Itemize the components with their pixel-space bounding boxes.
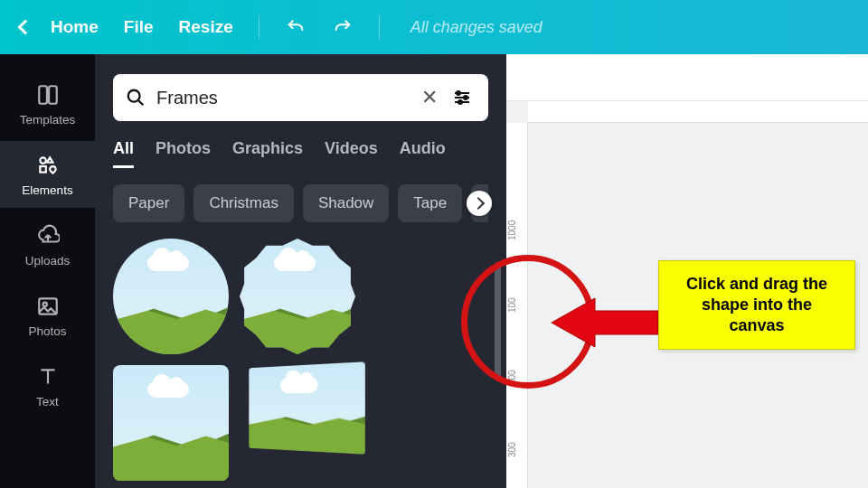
home-button[interactable]: Home xyxy=(51,17,99,37)
undo-icon xyxy=(286,17,306,37)
tab-videos[interactable]: Videos xyxy=(325,139,378,168)
frame-scalloped[interactable] xyxy=(240,239,355,354)
chip-paper[interactable]: Paper xyxy=(113,184,184,222)
ruler-tick: 100 xyxy=(507,297,517,313)
annotation-arrow-icon xyxy=(552,291,660,354)
redo-button[interactable] xyxy=(332,16,354,38)
undo-button[interactable] xyxy=(285,16,307,38)
svg-point-9 xyxy=(458,100,462,104)
chip-tape[interactable]: Tape xyxy=(398,184,462,222)
redo-icon xyxy=(333,17,353,37)
tab-audio[interactable]: Audio xyxy=(400,139,446,168)
rail-photos[interactable]: Photos xyxy=(0,282,95,349)
chip-christmas[interactable]: Christmas xyxy=(193,184,294,222)
svg-point-6 xyxy=(128,90,140,102)
search-icon xyxy=(126,88,146,108)
top-toolbar: Home File Resize All changes saved xyxy=(0,0,868,54)
sliders-icon xyxy=(451,87,473,108)
clear-search-icon[interactable]: ✕ xyxy=(421,86,438,109)
filter-button[interactable] xyxy=(448,84,476,111)
tab-all[interactable]: All xyxy=(113,139,134,168)
rail-label: Templates xyxy=(20,113,76,127)
callout-line: Click and drag the xyxy=(668,274,845,295)
suggestion-chips: Paper Christmas Shadow Tape Ba xyxy=(113,184,488,222)
rail-label: Text xyxy=(36,395,59,408)
chip-shadow[interactable]: Shadow xyxy=(303,184,389,222)
results-scrollbar[interactable] xyxy=(495,262,501,488)
rail-label: Elements xyxy=(22,183,72,197)
frame-perspective[interactable] xyxy=(249,361,365,454)
rail-label: Uploads xyxy=(25,254,71,267)
sidebar-rail: Templates Elements Uploads Photos Text xyxy=(0,54,95,488)
ruler-tick: 1000 xyxy=(507,221,517,240)
templates-icon xyxy=(35,82,61,108)
svg-rect-0 xyxy=(39,86,47,104)
rail-uploads[interactable]: Uploads xyxy=(0,211,95,278)
frame-square[interactable] xyxy=(113,365,229,481)
chips-scroll-right[interactable] xyxy=(467,191,492,216)
back-icon[interactable] xyxy=(18,20,33,35)
save-status: All changes saved xyxy=(410,18,542,37)
text-icon xyxy=(35,364,61,389)
svg-marker-10 xyxy=(552,298,658,347)
filter-tabs: All Photos Graphics Videos Audio xyxy=(113,139,488,168)
frame-circle[interactable] xyxy=(113,239,229,354)
search-box[interactable]: ✕ xyxy=(113,74,488,121)
uploads-icon xyxy=(35,223,61,249)
callout-line: shape into the xyxy=(668,295,845,315)
resize-button[interactable]: Resize xyxy=(179,17,233,37)
ruler-tick: 200 xyxy=(507,370,517,385)
rail-templates[interactable]: Templates xyxy=(0,70,95,137)
rail-elements[interactable]: Elements xyxy=(0,141,95,208)
svg-point-5 xyxy=(42,302,46,305)
rail-label: Photos xyxy=(28,324,66,338)
search-input[interactable] xyxy=(156,88,410,108)
tab-graphics[interactable]: Graphics xyxy=(232,139,303,168)
context-toolbar xyxy=(506,54,868,101)
toolbar-divider xyxy=(379,15,380,39)
svg-point-2 xyxy=(40,157,46,164)
annotation-callout: Click and drag the shape into the canvas xyxy=(658,260,855,350)
tab-photos[interactable]: Photos xyxy=(156,139,211,168)
photos-icon xyxy=(35,294,61,319)
file-menu[interactable]: File xyxy=(124,17,154,37)
svg-point-7 xyxy=(457,91,460,95)
elements-icon xyxy=(35,153,61,178)
toolbar-divider xyxy=(259,15,259,39)
frame-results xyxy=(113,239,488,488)
svg-point-8 xyxy=(464,96,467,99)
ruler-vertical: 1000 100 200 300 400 xyxy=(506,123,528,488)
svg-rect-3 xyxy=(40,166,46,173)
ruler-tick: 300 xyxy=(507,442,517,457)
elements-panel: ✕ All Photos Graphics Videos Audio Paper… xyxy=(95,54,506,488)
rail-text[interactable]: Text xyxy=(0,352,95,419)
svg-rect-1 xyxy=(49,86,57,104)
callout-line: canvas xyxy=(668,315,845,336)
ruler-horizontal xyxy=(528,101,868,123)
